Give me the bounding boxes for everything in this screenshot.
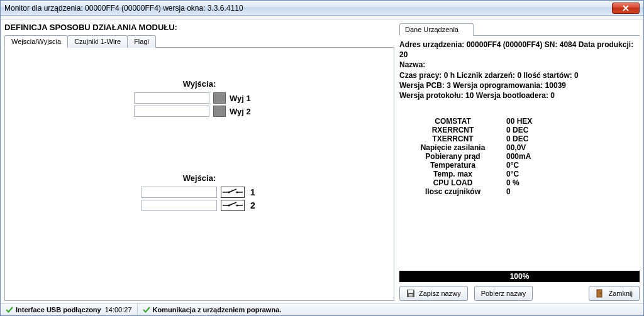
window-title: Monitor dla urządzenia: 00000FF4 (00000F… — [4, 4, 612, 13]
status-time: 14:00:27 — [105, 306, 132, 313]
stat-txerrcnt: TXERRCNT0 DEC — [399, 134, 640, 143]
info-protocol: Wersja protokołu: 10 Wersja bootloadera:… — [399, 90, 640, 101]
status-usb: Interface USB podłączony 14:00:27 — [1, 303, 137, 315]
output-row-1: Wyj 1 — [11, 92, 387, 104]
section-title: DEFINICJA SPOSOBU DZIAŁANIA MODUŁU: — [4, 23, 394, 32]
switch-open-icon — [221, 187, 245, 198]
stat-comstat: COMSTAT00 HEX — [399, 117, 640, 126]
client-area: DEFINICJA SPOSOBU DZIAŁANIA MODUŁU: Wejs… — [1, 16, 643, 315]
window-close-button[interactable] — [612, 3, 640, 14]
switch-open-icon — [221, 200, 245, 211]
progress-bar: 100% — [399, 271, 640, 282]
input-name-2[interactable] — [142, 200, 217, 211]
floppy-icon — [406, 289, 415, 298]
device-info: Adres urządzenia: 00000FF4 (00000FF4) SN… — [399, 40, 640, 101]
fetch-names-button[interactable]: Pobierz nazwy — [474, 286, 533, 301]
tab-device-data[interactable]: Dane Urządzenia — [399, 23, 474, 36]
svg-rect-11 — [408, 290, 413, 293]
input-num-2: 2 — [248, 200, 257, 210]
stat-temperature: Temperatura0°C — [399, 161, 640, 170]
status-usb-text: Interface USB podłączony — [16, 306, 101, 313]
stat-cpuload: CPU LOAD0 % — [399, 178, 640, 187]
input-name-1[interactable] — [142, 187, 217, 198]
svg-rect-12 — [409, 294, 413, 297]
inputs-group: Wejścia: 1 — [11, 173, 387, 211]
left-panel: DEFINICJA SPOSOBU DZIAŁANIA MODUŁU: Wejs… — [4, 21, 394, 301]
info-pcb: Wersja PCB: 3 Wersja oprogramowania: 100… — [399, 80, 640, 90]
info-address: Adres urządzenia: 00000FF4 (00000FF4) SN… — [399, 40, 640, 60]
tab-row: Wejscia/Wyjscia Czujniki 1-Wire Flagi — [4, 35, 394, 47]
device-monitor-window: Monitor dla urządzenia: 00000FF4 (00000F… — [0, 0, 644, 316]
output-indicator-1 — [213, 92, 226, 104]
tab-panel-io: Wyjścia: Wyj 1 Wyj 2 — [4, 47, 394, 301]
right-panel: Dane Urządzenia Adres urządzenia: 00000F… — [399, 21, 640, 301]
outputs-label: Wyjścia: — [11, 79, 387, 89]
stats-block: COMSTAT00 HEX RXERRCNT0 DEC TXERRCNT0 DE… — [399, 117, 640, 196]
stat-sensorcount: Ilosc czujników0 — [399, 187, 640, 196]
stat-voltage: Napięcie zasilania00,0V — [399, 143, 640, 152]
tabs: Wejscia/Wyjscia Czujniki 1-Wire Flagi Wy… — [4, 35, 394, 301]
door-icon — [596, 289, 604, 298]
input-num-1: 1 — [248, 187, 257, 197]
tab-1wire[interactable]: Czujniki 1-Wire — [67, 35, 128, 48]
output-name-2[interactable] — [134, 106, 209, 117]
svg-rect-13 — [597, 290, 602, 297]
output-label-2: Wyj 2 — [230, 107, 265, 116]
input-row-1: 1 — [11, 187, 387, 198]
stat-current: Pobierany prąd000mA — [399, 152, 640, 161]
tab-io[interactable]: Wejscia/Wyjscia — [4, 35, 68, 48]
stat-tempmax: Temp. max0°C — [399, 170, 640, 178]
check-icon — [6, 306, 13, 313]
check-icon — [143, 306, 150, 313]
info-name: Nazwa: — [399, 60, 640, 70]
save-names-button[interactable]: Zapisz nazwy — [399, 286, 468, 301]
output-row-2: Wyj 2 — [11, 106, 387, 117]
outputs-group: Wyjścia: Wyj 1 Wyj 2 — [11, 79, 387, 117]
statusbar: Interface USB podłączony 14:00:27 Komuni… — [1, 303, 643, 315]
titlebar[interactable]: Monitor dla urządzenia: 00000FF4 (00000F… — [1, 1, 643, 16]
info-uptime: Czas pracy: 0 h Licznik zdarzeń: 0 Ilość… — [399, 70, 640, 80]
status-comm: Komunikacja z urządzeniem poprawna. — [137, 303, 287, 315]
svg-line-7 — [229, 202, 236, 205]
svg-rect-14 — [600, 293, 601, 294]
tab-flags[interactable]: Flagi — [127, 35, 156, 48]
input-row-2: 2 — [11, 200, 387, 211]
button-spacer — [539, 286, 582, 301]
status-comm-text: Komunikacja z urządzeniem poprawna. — [153, 306, 282, 313]
svg-line-2 — [229, 189, 236, 192]
stat-rxerrcnt: RXERRCNT0 DEC — [399, 126, 640, 134]
button-row: Zapisz nazwy Pobierz nazwy Zamknij — [399, 286, 640, 301]
output-name-1[interactable] — [134, 92, 209, 104]
content-area: DEFINICJA SPOSOBU DZIAŁANIA MODUŁU: Wejs… — [1, 19, 643, 303]
progress-text: 100% — [510, 272, 530, 281]
close-icon — [623, 5, 629, 11]
output-indicator-2 — [213, 106, 226, 117]
inputs-label: Wejścia: — [11, 173, 387, 183]
close-button[interactable]: Zamknij — [589, 286, 640, 301]
output-label-1: Wyj 1 — [230, 94, 265, 103]
